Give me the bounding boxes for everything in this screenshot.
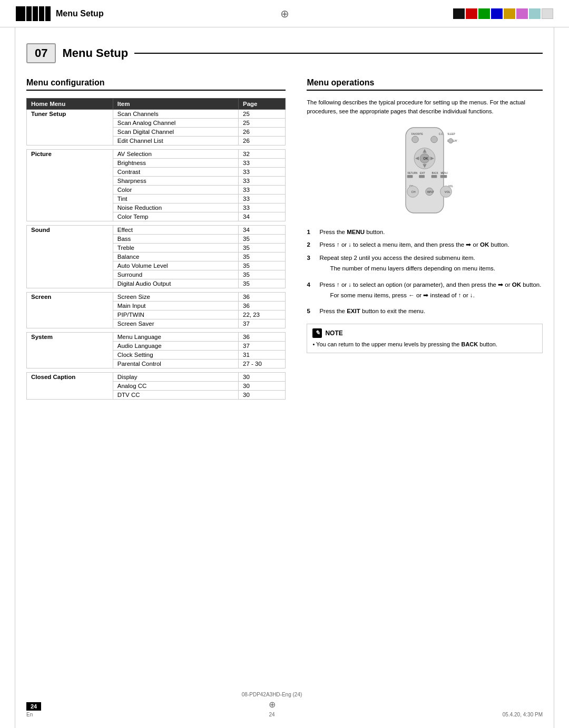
col-header-item: Item: [113, 99, 238, 110]
page-content: 07 Menu Setup Menu configuration Home Me…: [0, 27, 569, 418]
step-content: Repeat step 2 until you access the desir…: [319, 253, 543, 277]
table-cell-page: 30: [239, 391, 286, 400]
table-cell-item: AV Selection: [113, 150, 238, 159]
table-cell-item: Clock Setting: [113, 351, 238, 360]
table-spacer-row: [27, 368, 286, 373]
note-box: ✎ NOTE • You can return to the upper men…: [307, 324, 543, 354]
table-cell-item: DTV CC: [113, 391, 238, 400]
table-spacer-row: [27, 145, 286, 150]
col-header-home: Home Menu: [27, 99, 113, 110]
table-cell-page: 33: [239, 203, 286, 212]
table-cell-page: 31: [239, 351, 286, 360]
note-label: NOTE: [325, 328, 342, 338]
left-margin-line: [15, 0, 15, 728]
step-item: 3Repeat step 2 until you access the desi…: [307, 253, 543, 277]
table-cell-item: Main Input: [113, 302, 238, 310]
svg-text:MENU: MENU: [441, 172, 448, 174]
config-table: Home Menu Item Page Tuner SetupScan Chan…: [26, 98, 286, 400]
table-cell-item: Balance: [113, 253, 238, 261]
table-cell-item: Menu Language: [113, 333, 238, 342]
table-spacer-row: [27, 288, 286, 293]
table-cell-item: Screen Size: [113, 293, 238, 302]
header-bar: Menu Setup ⊕: [0, 0, 569, 27]
footer-left: 24 En: [26, 702, 41, 717]
svg-point-5: [431, 136, 438, 143]
remote-control-image-area: FAVORITE C.C. SLEEP DISPLAY OK: [307, 123, 543, 218]
menu-config-heading: Menu configuration: [26, 78, 286, 91]
table-cell-page: 22, 23: [239, 310, 286, 319]
table-cell-item: Scan Digital Channel: [113, 128, 238, 137]
step-content: Press ↑ or ↓ to select an option (or par…: [319, 280, 543, 304]
table-cell-item: Display: [113, 373, 238, 382]
table-cell-item: Screen Saver: [113, 319, 238, 328]
table-row: Tuner SetupScan Channels25: [27, 110, 286, 119]
table-cell-page: 34: [239, 212, 286, 221]
chapter-number: 07: [26, 43, 56, 63]
step-number: 3: [307, 253, 316, 277]
step-number: 4: [307, 280, 316, 304]
table-cell-page: 25: [239, 119, 286, 128]
chapter-heading: 07 Menu Setup: [26, 43, 543, 63]
svg-rect-19: [407, 175, 413, 178]
footer-center: 08-PDP42A3HD-Eng (24) ⊕ 24: [242, 692, 302, 717]
table-cell-page: 33: [239, 186, 286, 195]
table-cell-item: Scan Channels: [113, 110, 238, 119]
svg-text:VOL: VOL: [445, 190, 450, 193]
table-cell-item: Color Temp: [113, 212, 238, 221]
table-cell-home: Closed Caption: [27, 373, 113, 400]
table-cell-page: 26: [239, 137, 286, 145]
svg-text:RETURN: RETURN: [408, 172, 418, 174]
table-cell-page: 36: [239, 293, 286, 302]
table-cell-page: 35: [239, 261, 286, 270]
table-cell-item: Treble: [113, 244, 238, 253]
table-cell-home: Picture: [27, 150, 113, 221]
svg-text:INPUT: INPUT: [427, 191, 435, 193]
table-cell-home: Sound: [27, 226, 113, 288]
col-header-page: Page: [239, 99, 286, 110]
table-cell-page: 35: [239, 235, 286, 244]
table-cell-item: Parental Control: [113, 360, 238, 368]
table-cell-page: 33: [239, 159, 286, 168]
table-cell-page: 36: [239, 302, 286, 310]
table-cell-home: Screen: [27, 293, 113, 328]
table-cell-item: Bass: [113, 235, 238, 244]
remote-control-svg: FAVORITE C.C. SLEEP DISPLAY OK: [372, 123, 477, 218]
step-item: 1Press the MENU button.: [307, 227, 543, 237]
footer-right-text: 05.4.20, 4:30 PM: [503, 712, 543, 717]
header-color-blocks: [453, 8, 553, 19]
table-cell-item: PIP/TWIN: [113, 310, 238, 319]
table-cell-page: 33: [239, 177, 286, 186]
table-cell-item: Brightness: [113, 159, 238, 168]
table-header-row: Home Menu Item Page: [27, 99, 286, 110]
page-footer: 24 En 08-PDP42A3HD-Eng (24) ⊕ 24 05.4.20…: [0, 692, 569, 717]
footer-crosshair: ⊕: [269, 700, 276, 710]
table-row: SoundEffect34: [27, 226, 286, 235]
table-cell-page: 35: [239, 244, 286, 253]
svg-text:SLEEP: SLEEP: [447, 133, 455, 135]
steps-list: 1Press the MENU button.2Press ↑ or ↓ to …: [307, 227, 543, 316]
table-cell-home: System: [27, 333, 113, 368]
step-content: Press ↑ or ↓ to select a menu item, and …: [319, 240, 543, 249]
note-text: • You can return to the upper menu level…: [312, 341, 497, 347]
svg-rect-20: [419, 175, 425, 178]
table-cell-item: Noise Reduction: [113, 203, 238, 212]
table-cell-page: 36: [239, 333, 286, 342]
table-cell-page: 32: [239, 150, 286, 159]
svg-text:BACK: BACK: [432, 172, 438, 174]
step-number: 2: [307, 240, 316, 249]
note-header: ✎ NOTE: [312, 328, 537, 338]
table-cell-item: Analog CC: [113, 382, 238, 391]
table-cell-page: 34: [239, 226, 286, 235]
table-cell-page: 33: [239, 168, 286, 177]
right-margin-line: [554, 0, 554, 728]
table-cell-page: 30: [239, 382, 286, 391]
svg-text:FAVORITE: FAVORITE: [411, 133, 423, 135]
svg-point-4: [412, 136, 419, 143]
table-cell-page: 27 - 30: [239, 360, 286, 368]
table-cell-item: Sharpness: [113, 177, 238, 186]
operations-description: The following describes the typical proc…: [307, 98, 543, 115]
table-cell-page: 37: [239, 319, 286, 328]
table-cell-item: Digital Audio Output: [113, 279, 238, 288]
footer-center-page: 24: [269, 712, 274, 717]
table-row: ScreenScreen Size36: [27, 293, 286, 302]
